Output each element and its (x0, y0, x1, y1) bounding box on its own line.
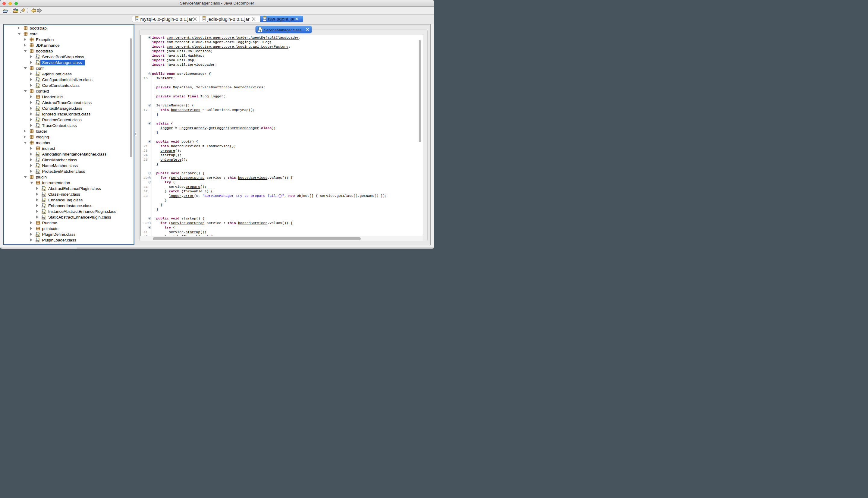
svg-text:010: 010 (36, 160, 38, 162)
svg-text:010: 010 (36, 120, 38, 122)
svg-text:010: 010 (36, 240, 38, 242)
svg-text:010: 010 (258, 30, 261, 32)
svg-text:010: 010 (42, 212, 44, 213)
svg-text:010: 010 (36, 57, 38, 59)
svg-text:010: 010 (42, 200, 44, 202)
svg-text:010: 010 (36, 103, 38, 105)
svg-text:010: 010 (36, 235, 38, 236)
svg-text:010: 010 (36, 154, 38, 156)
svg-text:010: 010 (36, 63, 38, 65)
svg-text:010: 010 (36, 74, 38, 76)
svg-text:010: 010 (36, 166, 38, 168)
svg-text:010: 010 (42, 194, 44, 196)
svg-text:010: 010 (264, 18, 266, 19)
svg-text:010: 010 (36, 126, 38, 128)
svg-text:010: 010 (36, 80, 38, 82)
svg-text:010: 010 (36, 108, 38, 110)
svg-text:010: 010 (136, 18, 138, 20)
svg-text:010: 010 (42, 189, 44, 191)
svg-text:010: 010 (36, 171, 38, 173)
svg-text:010: 010 (42, 206, 44, 208)
svg-text:010: 010 (36, 114, 38, 116)
svg-text:010: 010 (203, 18, 205, 20)
svg-text:010: 010 (42, 217, 44, 219)
svg-text:010: 010 (36, 86, 38, 88)
